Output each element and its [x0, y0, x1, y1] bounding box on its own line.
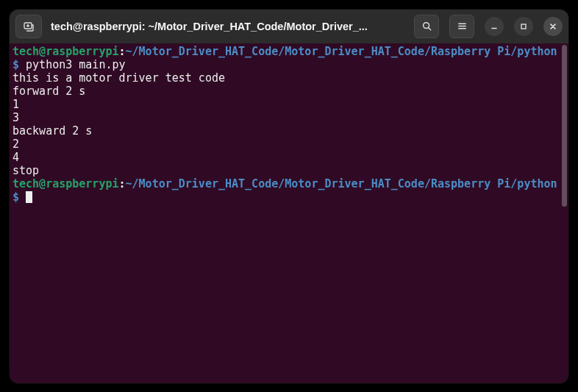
close-button[interactable]	[543, 17, 563, 36]
output-line: forward 2 s	[13, 85, 565, 98]
search-button[interactable]	[414, 15, 439, 38]
cursor	[26, 191, 32, 203]
output-line: backward 2 s	[13, 124, 565, 138]
prompt-line-2: tech@raspberrypi:~/Motor_Driver_HAT_Code…	[13, 177, 565, 204]
output-line: 3	[13, 111, 565, 124]
output-line: 4	[13, 151, 565, 164]
new-tab-icon	[23, 21, 35, 32]
maximize-button[interactable]	[514, 17, 533, 36]
command-text: python3 main.py	[26, 58, 125, 71]
close-icon	[549, 22, 557, 31]
scrollbar-thumb[interactable]	[562, 45, 567, 207]
maximize-icon	[519, 22, 528, 31]
minimize-icon	[490, 22, 499, 31]
output-line: this is a motor driver test code	[13, 71, 565, 85]
output-line: 2	[13, 138, 565, 151]
search-icon	[421, 21, 432, 32]
terminal-body[interactable]: tech@raspberrypi:~/Motor_Driver_HAT_Code…	[10, 43, 568, 383]
prompt-separator: :	[119, 177, 126, 190]
prompt-user: tech@raspberrypi	[13, 177, 119, 190]
titlebar: tech@raspberrypi: ~/Motor_Driver_HAT_Cod…	[10, 10, 568, 43]
terminal-window: tech@raspberrypi: ~/Motor_Driver_HAT_Cod…	[10, 10, 568, 383]
prompt-user: tech@raspberrypi	[13, 45, 119, 58]
new-tab-button[interactable]	[15, 15, 42, 38]
titlebar-controls	[414, 15, 563, 38]
prompt-separator: :	[119, 45, 126, 58]
output-line: stop	[13, 164, 565, 177]
prompt-path: ~/Motor_Driver_HAT_Code/Motor_Driver_HAT…	[126, 177, 557, 190]
hamburger-icon	[457, 21, 468, 32]
minimize-button[interactable]	[485, 17, 504, 36]
svg-rect-2	[521, 24, 526, 29]
output-line: 1	[13, 98, 565, 111]
window-title: tech@raspberrypi: ~/Motor_Driver_HAT_Cod…	[48, 21, 408, 32]
menu-button[interactable]	[449, 15, 474, 38]
prompt-path: ~/Motor_Driver_HAT_Code/Motor_Driver_HAT…	[126, 45, 557, 58]
prompt-line-1: tech@raspberrypi:~/Motor_Driver_HAT_Code…	[13, 45, 565, 71]
